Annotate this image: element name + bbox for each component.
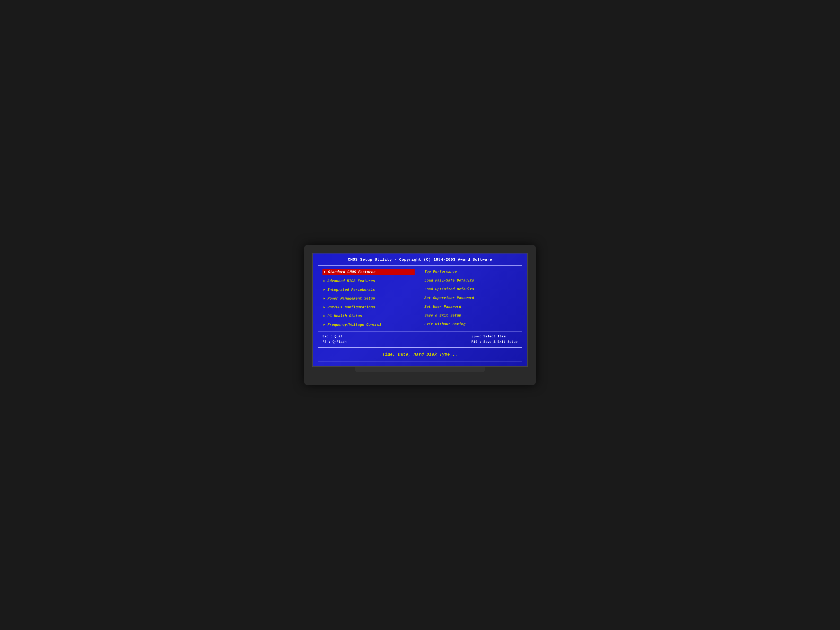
menu-item-label: Standard CMOS Features <box>328 270 376 274</box>
menu-item-label: PC Health Status <box>327 314 362 318</box>
left-menu-item-integrated-peripherals[interactable]: ▶Integrated Peripherals <box>322 287 415 292</box>
arrow-icon: ▶ <box>324 305 325 309</box>
right-menu-item-set-supervisor[interactable]: Set Supervisor Password <box>425 295 516 301</box>
title-bar: CMOS Setup Utility - Copyright (C) 1984-… <box>318 257 522 262</box>
right-menu-item-set-user[interactable]: Set User Password <box>425 304 516 309</box>
left-column: ▶Standard CMOS Features▶Advanced BIOS Fe… <box>318 265 419 331</box>
right-menu-item-load-failsafe[interactable]: Load Fail-Safe Defaults <box>425 278 516 283</box>
title-text: CMOS Setup Utility - Copyright (C) 1984-… <box>348 257 492 262</box>
left-menu-item-pc-health[interactable]: ▶PC Health Status <box>322 313 415 319</box>
monitor-bezel: CMOS Setup Utility - Copyright (C) 1984-… <box>304 245 536 385</box>
right-menu-item-load-optimized[interactable]: Load Optimized Defaults <box>425 287 516 292</box>
left-menu-item-power-management[interactable]: ▶Power Management Setup <box>322 296 415 301</box>
menu-item-label: Integrated Peripherals <box>327 288 375 292</box>
arrow-icon: ▶ <box>324 288 325 292</box>
bios-screen: CMOS Setup Utility - Copyright (C) 1984-… <box>312 253 528 367</box>
right-menu-item-save-exit[interactable]: Save & Exit Setup <box>425 313 516 318</box>
description-text: Time, Date, Hard Disk Type... <box>382 352 458 357</box>
right-menu-item-top-performance[interactable]: Top Performance <box>425 269 516 274</box>
f10-label: F10 : Save & Exit Setup <box>472 339 518 345</box>
menu-item-label: Power Management Setup <box>327 297 375 301</box>
menu-item-label: Advanced BIOS Features <box>327 279 375 283</box>
right-column: Top PerformanceLoad Fail-Safe DefaultsLo… <box>419 265 522 331</box>
arrow-icon: ▶ <box>324 270 326 274</box>
f8-label: F8 : Q-Flash <box>322 339 347 345</box>
right-menu-item-exit-nosave[interactable]: Exit Without Saving <box>425 322 516 327</box>
left-menu-item-advanced-bios[interactable]: ▶Advanced BIOS Features <box>322 278 415 284</box>
menu-item-label: Frequency/Voltage Control <box>327 323 381 327</box>
status-right: ↑↓→←: Select Item F10 : Save & Exit Setu… <box>472 334 518 345</box>
columns: ▶Standard CMOS Features▶Advanced BIOS Fe… <box>318 265 522 332</box>
arrow-icon: ▶ <box>324 314 325 318</box>
arrow-icon: ▶ <box>324 279 325 283</box>
monitor-stand <box>355 367 485 372</box>
main-box: ▶Standard CMOS Features▶Advanced BIOS Fe… <box>318 265 522 362</box>
left-menu-item-frequency-voltage[interactable]: ▶Frequency/Voltage Control <box>322 322 415 327</box>
arrow-icon: ▶ <box>324 297 325 300</box>
left-menu-item-pnp-pci[interactable]: ▶PnP/PCI Configurations <box>322 305 415 310</box>
esc-label: Esc : Quit <box>322 334 347 339</box>
description-bar: Time, Date, Hard Disk Type... <box>318 348 522 362</box>
arrows-label: ↑↓→←: Select Item <box>472 334 518 339</box>
arrow-icon: ▶ <box>324 323 325 327</box>
status-bar: Esc : Quit F8 : Q-Flash ↑↓→←: Select Ite… <box>318 332 522 348</box>
menu-item-label: PnP/PCI Configurations <box>327 305 375 309</box>
left-menu-item-standard-cmos[interactable]: ▶Standard CMOS Features <box>322 269 415 275</box>
status-left: Esc : Quit F8 : Q-Flash <box>322 334 347 345</box>
